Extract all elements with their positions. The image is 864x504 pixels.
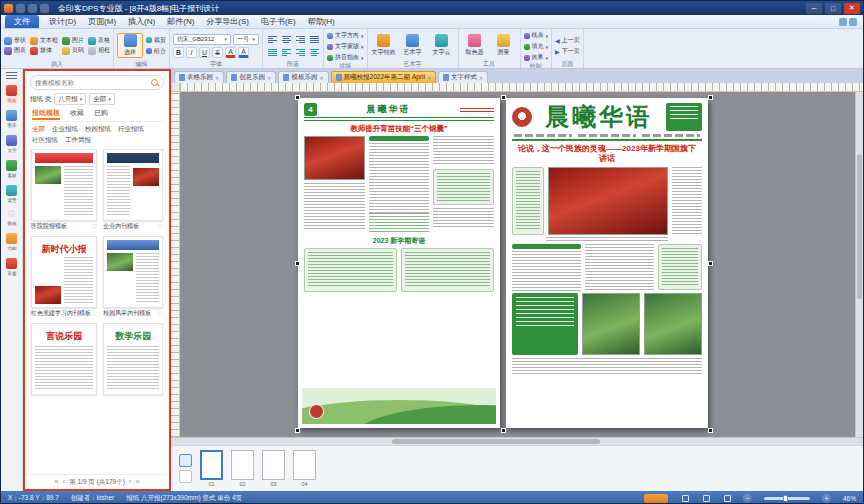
insert-frame-button[interactable]: 相框 bbox=[88, 46, 110, 55]
italic-button[interactable]: I bbox=[186, 47, 197, 58]
align-center-button[interactable] bbox=[280, 34, 292, 45]
view-mode-fit-icon[interactable] bbox=[724, 495, 731, 502]
indent-decrease-button[interactable] bbox=[280, 47, 292, 58]
view-mode-spread-icon[interactable] bbox=[703, 495, 710, 502]
account-icon[interactable] bbox=[849, 18, 857, 26]
selection-handle[interactable] bbox=[295, 95, 300, 100]
sidebar-item-gallery[interactable]: 图库 bbox=[1, 109, 22, 129]
align-left-button[interactable] bbox=[266, 34, 278, 45]
message-icon[interactable] bbox=[839, 18, 847, 26]
view-mode-single-icon[interactable] bbox=[682, 495, 689, 502]
tab-help[interactable]: 帮助(H) bbox=[302, 15, 341, 28]
bold-button[interactable]: B bbox=[173, 47, 184, 58]
template-card[interactable]: 数学乐园 bbox=[103, 323, 163, 395]
zoom-in-button[interactable]: + bbox=[822, 494, 831, 503]
text-mask-button[interactable]: 文字蒙版▾ bbox=[327, 42, 364, 51]
page-thumb[interactable]: 02 bbox=[231, 450, 254, 487]
selection-handle[interactable] bbox=[295, 261, 300, 266]
pinyin-guide-button[interactable]: 拼音指南▾ bbox=[327, 53, 364, 62]
favorite-icon[interactable]: ♡ bbox=[91, 310, 97, 318]
fill-button[interactable]: 填充▾ bbox=[524, 42, 549, 51]
select-tool-button[interactable]: 选择 bbox=[117, 33, 143, 58]
template-card[interactable]: 医院院报模板♡ bbox=[31, 149, 97, 231]
doc-tab-active[interactable]: 晨曦校报2022年第二期 April✕ bbox=[331, 71, 436, 83]
insert-shape-button[interactable]: 形状 bbox=[4, 36, 26, 45]
close-icon[interactable]: ✕ bbox=[479, 75, 483, 81]
selection-handle[interactable] bbox=[295, 428, 300, 433]
pages-view-icon[interactable] bbox=[179, 454, 192, 467]
sidebar-item-templates[interactable]: 模板 bbox=[1, 84, 22, 104]
template-card[interactable]: 校园风采内刊模板♡ bbox=[103, 236, 163, 318]
maximize-button[interactable]: □ bbox=[825, 3, 841, 14]
newspaper-front-page[interactable]: 晨曦华语 论说，这一个民族的灵魂——2023年新学期国旗下讲话 bbox=[506, 98, 708, 428]
category-all[interactable]: 全部 bbox=[32, 125, 45, 134]
indent-increase-button[interactable] bbox=[294, 47, 306, 58]
font-size-select[interactable]: 一号▾ bbox=[233, 34, 259, 45]
tab-page[interactable]: 页面(M) bbox=[82, 15, 122, 28]
insert-textbox-button[interactable]: 文本框 bbox=[30, 36, 58, 45]
underline-button[interactable]: U bbox=[199, 47, 210, 58]
save-icon[interactable] bbox=[16, 4, 25, 13]
word-cloud-button[interactable]: 文字云 bbox=[429, 34, 455, 57]
redo-icon[interactable] bbox=[40, 4, 49, 13]
tab-newspaper-templates[interactable]: 报纸模板 bbox=[32, 108, 60, 120]
newspaper-page-4[interactable]: 4 晨曦华语 教师提升育苗技能“三个锦囊” bbox=[298, 98, 500, 428]
category-briefing[interactable]: 工作简报 bbox=[65, 136, 91, 145]
tab-design[interactable]: 设计(D) bbox=[43, 15, 82, 28]
search-icon[interactable] bbox=[151, 79, 159, 87]
zoom-slider-thumb[interactable] bbox=[783, 495, 788, 502]
prev-page-icon[interactable]: ‹ bbox=[63, 478, 66, 486]
selection-handle[interactable] bbox=[501, 95, 506, 100]
close-icon[interactable]: ✕ bbox=[215, 75, 219, 81]
wordart-button[interactable]: 艺术字 bbox=[400, 34, 426, 57]
canvas[interactable]: 4 晨曦华语 教师提升育苗技能“三个锦囊” bbox=[180, 92, 855, 437]
highlight-color-button[interactable]: A bbox=[238, 47, 249, 58]
first-page-icon[interactable]: « bbox=[54, 478, 58, 486]
horizontal-scrollbar[interactable] bbox=[171, 437, 863, 445]
align-right-button[interactable] bbox=[294, 34, 306, 45]
minimize-button[interactable]: ─ bbox=[806, 3, 822, 14]
paper-size-select[interactable]: 八开报▾ bbox=[54, 93, 86, 105]
page-spread[interactable]: 4 晨曦华语 教师提升育苗技能“三个锦囊” bbox=[298, 98, 710, 430]
line-spacing-button[interactable] bbox=[266, 47, 278, 58]
page-thumb[interactable]: 04 bbox=[293, 450, 316, 487]
search-input[interactable] bbox=[35, 79, 149, 86]
strikethrough-button[interactable]: S bbox=[212, 47, 223, 58]
font-family-select[interactable]: 仿宋_GB2312▾ bbox=[173, 34, 231, 45]
tab-insert[interactable]: 插入(N) bbox=[122, 15, 161, 28]
insert-chart-button[interactable]: 图表 bbox=[4, 46, 26, 55]
doc-tab[interactable]: 表格乐园✕ bbox=[174, 71, 224, 83]
page-thumb[interactable]: 03 bbox=[262, 450, 285, 487]
undo-icon[interactable] bbox=[28, 4, 37, 13]
tab-purchased[interactable]: 已购 bbox=[94, 108, 108, 119]
promo-badge[interactable] bbox=[644, 494, 668, 503]
file-menu-button[interactable]: 文件 bbox=[5, 15, 39, 28]
measure-button[interactable]: 测量 bbox=[491, 34, 517, 57]
font-color-button[interactable]: A bbox=[225, 47, 236, 58]
template-card[interactable]: 言说乐园 bbox=[31, 323, 97, 395]
sidebar-item-service[interactable]: 客服 bbox=[1, 257, 22, 277]
color-picker-button[interactable]: 取色器 bbox=[462, 34, 488, 57]
selection-handle[interactable] bbox=[708, 428, 713, 433]
justify-button[interactable] bbox=[308, 34, 320, 45]
text-direction-button[interactable]: 文字方向▾ bbox=[327, 31, 364, 40]
sidebar-item-favorites[interactable]: ♡收藏 bbox=[1, 209, 22, 227]
template-card[interactable]: 企业内刊模板♡ bbox=[103, 149, 163, 231]
zoom-out-button[interactable]: − bbox=[743, 494, 752, 503]
insert-pagenum-button[interactable]: 页码 bbox=[62, 46, 84, 55]
crop-button[interactable]: 裁剪 bbox=[146, 36, 166, 45]
columns-button[interactable] bbox=[308, 47, 320, 58]
effects-button[interactable]: 效果▾ bbox=[524, 53, 549, 62]
text-effects-button[interactable]: 文字特效 bbox=[371, 34, 397, 57]
menu-icon[interactable] bbox=[6, 72, 17, 79]
next-page-icon[interactable]: › bbox=[129, 478, 132, 486]
selection-handle[interactable] bbox=[708, 95, 713, 100]
category-industry[interactable]: 行业报纸 bbox=[118, 125, 144, 134]
favorite-icon[interactable]: ♡ bbox=[157, 310, 163, 318]
category-corporate[interactable]: 企业报纸 bbox=[52, 125, 78, 134]
sidebar-item-features[interactable]: 功能 bbox=[1, 232, 22, 252]
doc-tab[interactable]: 创意乐园✕ bbox=[226, 71, 276, 83]
tab-favorites[interactable]: 收藏 bbox=[70, 108, 84, 119]
insert-table-button[interactable]: 表格 bbox=[88, 36, 110, 45]
tab-ebook[interactable]: 电子书(E) bbox=[255, 15, 302, 28]
